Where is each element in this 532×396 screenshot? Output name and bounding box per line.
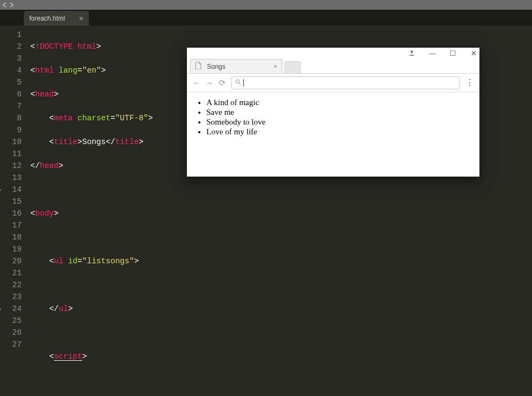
- minimize-icon[interactable]: —: [429, 49, 436, 57]
- editor-tab-title: foreach.html: [29, 15, 65, 22]
- reload-icon[interactable]: ⟳: [218, 78, 226, 88]
- new-tab-button[interactable]: [284, 61, 301, 73]
- list-item: A kind of magic: [206, 98, 472, 107]
- line-number: 7: [0, 100, 22, 112]
- list-item: Somebody to love: [206, 118, 472, 127]
- close-icon[interactable]: ×: [273, 62, 277, 70]
- nav-forward-icon[interactable]: [9, 2, 14, 8]
- line-number: 21: [0, 267, 22, 279]
- browser-tabbar: Songs ×: [187, 59, 479, 74]
- line-number: 23: [0, 291, 22, 303]
- line-number: 17: [0, 219, 22, 231]
- line-number: 18: [0, 231, 22, 243]
- line-number: 4: [0, 64, 22, 76]
- svg-line-2: [239, 82, 241, 84]
- line-number: 22: [0, 279, 22, 291]
- line-number: 5: [0, 76, 22, 88]
- account-icon[interactable]: [408, 49, 416, 57]
- line-number: 3: [0, 53, 22, 64]
- songs-list: A kind of magic Save me Somebody to love…: [194, 98, 472, 137]
- line-number: 2: [0, 41, 22, 53]
- line-number: 1: [0, 29, 22, 41]
- svg-point-0: [411, 50, 413, 53]
- line-number: 10: [0, 136, 22, 148]
- editor-tab[interactable]: foreach.html ×: [24, 11, 89, 25]
- line-number: 24: [0, 303, 22, 315]
- file-icon: [195, 62, 202, 71]
- svg-point-1: [236, 80, 239, 83]
- browser-tab[interactable]: Songs ×: [190, 59, 282, 73]
- text-caret: [243, 79, 244, 87]
- maximize-icon[interactable]: ☐: [449, 49, 457, 57]
- line-number: 9: [0, 124, 22, 136]
- url-input[interactable]: [231, 76, 460, 89]
- line-number: 14: [0, 184, 22, 196]
- line-number: 8: [0, 112, 22, 124]
- search-icon: [235, 79, 241, 87]
- line-number: 15: [0, 196, 22, 207]
- line-number-gutter: 1 2 3 4 5 6 7 8 9 10 11 12 13 14 15 16 1…: [0, 25, 27, 396]
- url-field[interactable]: [246, 79, 456, 87]
- close-icon[interactable]: ✕: [470, 49, 477, 57]
- line-number: 25: [0, 315, 22, 327]
- line-number: 6: [0, 88, 22, 100]
- line-number: 12: [0, 160, 22, 172]
- back-icon[interactable]: ←: [192, 78, 200, 87]
- list-item: Save me: [206, 108, 472, 117]
- line-number: 13: [0, 172, 22, 184]
- menu-icon[interactable]: ⋮: [465, 77, 474, 88]
- line-number: 11: [0, 148, 22, 160]
- browser-viewport: A kind of magic Save me Somebody to love…: [187, 92, 479, 177]
- browser-window: — ☐ ✕ Songs × ← → ⟳ ⋮ A kind of magic Sa…: [187, 48, 479, 177]
- line-number: 19: [0, 243, 22, 255]
- close-icon[interactable]: ×: [79, 15, 83, 22]
- line-number: 27: [0, 339, 22, 350]
- editor-window-topbar: [0, 0, 532, 10]
- browser-titlebar: — ☐ ✕: [187, 48, 479, 59]
- forward-icon[interactable]: →: [205, 78, 213, 87]
- line-number: 20: [0, 255, 22, 267]
- browser-navbar: ← → ⟳ ⋮: [187, 74, 479, 92]
- nav-back-icon[interactable]: [2, 2, 8, 8]
- line-number: 16: [0, 207, 22, 219]
- browser-tab-title: Songs: [207, 63, 225, 70]
- list-item: Love of my life: [206, 127, 472, 137]
- editor-tabbar: foreach.html ×: [0, 10, 532, 25]
- line-number: 26: [0, 327, 22, 339]
